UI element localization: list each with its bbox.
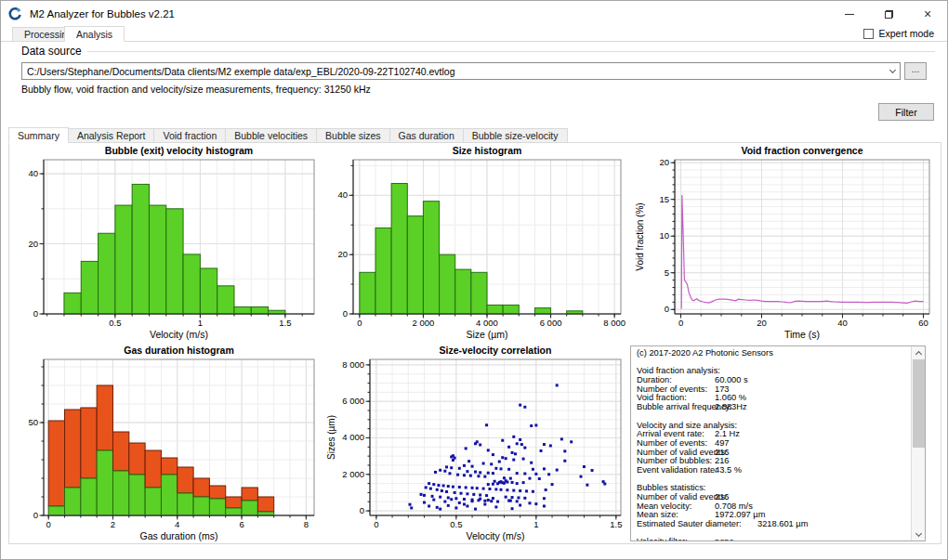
subtab-bubble-sizes[interactable]: Bubble sizes bbox=[317, 128, 390, 143]
group-divider-line bbox=[87, 51, 935, 52]
expert-mode-group: Expert mode bbox=[863, 28, 934, 39]
svg-text:6: 6 bbox=[239, 519, 244, 529]
svg-text:6 000: 6 000 bbox=[342, 396, 364, 406]
gas-duration-histogram-chart: 02468050Gas duration histogramGas durati… bbox=[16, 345, 323, 543]
svg-text:Sizes (µm): Sizes (µm) bbox=[326, 415, 336, 460]
tab-divider bbox=[1, 41, 947, 42]
scroll-down-icon[interactable] bbox=[912, 527, 926, 540]
sub-tab-bar: Summary Analysis Report Void fraction Bu… bbox=[8, 127, 568, 143]
filter-button[interactable]: Filter bbox=[878, 103, 934, 121]
svg-text:0: 0 bbox=[360, 505, 364, 515]
tab-analysis[interactable]: Analysis bbox=[64, 26, 125, 42]
svg-text:1: 1 bbox=[198, 318, 203, 328]
subtab-analysis-report[interactable]: Analysis Report bbox=[69, 128, 155, 143]
svg-text:8 000: 8 000 bbox=[342, 359, 364, 370]
svg-text:Size-velocity correlation: Size-velocity correlation bbox=[440, 345, 552, 356]
svg-text:8 000: 8 000 bbox=[603, 318, 625, 328]
chevron-down-icon bbox=[885, 70, 900, 72]
info-line: Bubble arrival frequency:2.883Hz bbox=[637, 403, 906, 412]
app-logo-icon bbox=[7, 7, 22, 21]
svg-text:0: 0 bbox=[374, 519, 378, 529]
svg-text:50: 50 bbox=[28, 417, 38, 427]
subtab-bubble-size-velocity[interactable]: Bubble size-velocity bbox=[464, 128, 568, 143]
svg-text:Void fraction (%): Void fraction (%) bbox=[635, 202, 645, 270]
data-source-combobox[interactable]: C:/Users/Stephane/Documents/Data clients… bbox=[21, 62, 901, 80]
svg-text:0.5: 0.5 bbox=[450, 519, 462, 529]
scroll-up-icon[interactable] bbox=[912, 346, 926, 359]
svg-text:0: 0 bbox=[665, 304, 669, 314]
svg-text:5: 5 bbox=[665, 267, 669, 278]
subtab-gas-duration[interactable]: Gas duration bbox=[390, 128, 464, 143]
svg-text:1: 1 bbox=[533, 519, 538, 529]
info-line: Velocity filter:none bbox=[637, 538, 906, 541]
restore-icon bbox=[885, 10, 893, 19]
data-source-path: C:/Users/Stephane/Documents/Data clients… bbox=[22, 66, 885, 77]
svg-text:20: 20 bbox=[337, 249, 348, 259]
info-line: Event validation rate:43.5 % bbox=[637, 466, 906, 475]
svg-text:20: 20 bbox=[757, 318, 767, 328]
svg-text:0: 0 bbox=[33, 308, 38, 319]
svg-text:0: 0 bbox=[343, 308, 348, 319]
restore-button[interactable] bbox=[869, 1, 908, 27]
svg-text:60: 60 bbox=[918, 318, 928, 328]
svg-text:40: 40 bbox=[837, 318, 848, 328]
subtab-void-fraction[interactable]: Void fraction bbox=[154, 128, 226, 143]
info-line: Void fraction analysis: bbox=[637, 367, 906, 376]
subtab-bubble-velocities[interactable]: Bubble velocities bbox=[226, 128, 317, 143]
close-icon: × bbox=[924, 7, 931, 20]
subtab-summary[interactable]: Summary bbox=[8, 127, 69, 143]
svg-text:Time (s): Time (s) bbox=[784, 329, 820, 340]
svg-text:0: 0 bbox=[678, 318, 683, 328]
svg-text:0: 0 bbox=[33, 510, 38, 520]
svg-text:4 000: 4 000 bbox=[342, 432, 364, 442]
svg-text:2: 2 bbox=[111, 519, 115, 529]
statistics-text: (c) 2017-2020 A2 Photonic Sensors Void f… bbox=[631, 346, 925, 541]
scrollbar-thumb[interactable] bbox=[913, 359, 925, 448]
svg-text:Bubble (exit) velocity histogr: Bubble (exit) velocity histogram bbox=[105, 145, 253, 156]
svg-text:2 000: 2 000 bbox=[413, 318, 435, 328]
svg-text:10: 10 bbox=[659, 230, 669, 241]
minimize-icon bbox=[845, 14, 854, 15]
expert-mode-label: Expert mode bbox=[878, 28, 934, 39]
svg-text:4 000: 4 000 bbox=[476, 318, 498, 328]
svg-text:0: 0 bbox=[46, 519, 51, 529]
svg-text:20: 20 bbox=[28, 239, 38, 249]
info-line: Estimated Sauter diameter:3218.601 µm bbox=[637, 520, 906, 529]
title-bar: M2 Analyzer for Bubbles v2.21 × bbox=[1, 1, 947, 27]
window-controls: × bbox=[830, 1, 947, 27]
svg-text:Size histogram: Size histogram bbox=[453, 145, 522, 156]
svg-text:2 000: 2 000 bbox=[342, 469, 364, 479]
data-source-group-label: Data source bbox=[21, 45, 82, 58]
svg-text:Size (µm): Size (µm) bbox=[466, 329, 507, 340]
svg-text:20: 20 bbox=[659, 157, 669, 167]
svg-text:0: 0 bbox=[357, 318, 362, 328]
svg-text:8: 8 bbox=[304, 519, 309, 529]
browse-button[interactable]: ... bbox=[904, 62, 927, 80]
expert-mode-checkbox[interactable] bbox=[863, 29, 874, 39]
svg-text:15: 15 bbox=[659, 194, 669, 204]
svg-text:0.5: 0.5 bbox=[109, 318, 121, 328]
svg-text:4: 4 bbox=[175, 519, 179, 529]
svg-text:40: 40 bbox=[28, 168, 38, 178]
svg-text:Velocity (m/s): Velocity (m/s) bbox=[466, 530, 524, 541]
app-window: M2 Analyzer for Bubbles v2.21 × Processi… bbox=[0, 0, 948, 560]
main-tab-bar: Processing Analysis bbox=[1, 26, 947, 42]
size-velocity-correlation-chart: 00.511.502 0004 0006 0008 000Size-veloci… bbox=[325, 345, 629, 543]
statistics-panel: (c) 2017-2020 A2 Photonic Sensors Void f… bbox=[630, 345, 926, 541]
void-fraction-convergence-chart: 020406005101520Void fraction convergence… bbox=[634, 145, 938, 342]
svg-text:1.5: 1.5 bbox=[610, 519, 622, 529]
svg-text:6 000: 6 000 bbox=[540, 318, 562, 328]
minimize-button[interactable] bbox=[830, 1, 869, 27]
svg-text:Velocity (m/s): Velocity (m/s) bbox=[150, 329, 208, 340]
svg-text:Void fraction convergence: Void fraction convergence bbox=[741, 145, 862, 156]
statistics-scrollbar[interactable] bbox=[911, 346, 925, 540]
svg-text:Gas duration (ms): Gas duration (ms) bbox=[139, 530, 217, 541]
size-histogram-chart: 02 0004 0006 0008 00002040Size histogram… bbox=[325, 145, 629, 342]
svg-text:40: 40 bbox=[337, 189, 348, 200]
svg-text:Gas duration histogram: Gas duration histogram bbox=[124, 345, 233, 356]
velocity-histogram-chart: 0.511.502040Bubble (exit) velocity histo… bbox=[16, 145, 323, 342]
data-source-description: Bubbly flow, void fraction and velocity/… bbox=[21, 84, 371, 95]
close-button[interactable]: × bbox=[908, 1, 947, 27]
info-line: (c) 2017-2020 A2 Photonic Sensors bbox=[637, 349, 906, 358]
svg-text:1.5: 1.5 bbox=[279, 318, 291, 328]
